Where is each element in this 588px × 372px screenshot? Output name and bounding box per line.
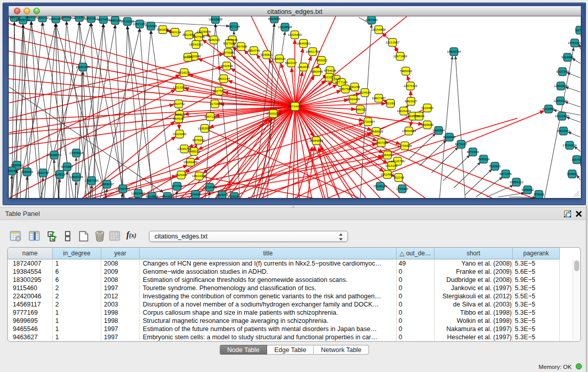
- svg-text:9660124: 9660124: [169, 30, 182, 34]
- svg-text:11353594: 11353594: [198, 126, 212, 130]
- svg-text:9245652: 9245652: [521, 188, 534, 191]
- svg-text:2718176: 2718176: [178, 71, 191, 74]
- svg-text:12213967: 12213967: [385, 40, 400, 44]
- svg-text:9329966: 9329966: [561, 55, 574, 59]
- svg-text:17016504: 17016504: [562, 143, 577, 147]
- svg-text:7986322: 7986322: [354, 107, 367, 111]
- svg-text:16120796: 16120796: [390, 159, 405, 163]
- svg-text:2087682: 2087682: [365, 18, 378, 21]
- svg-text:8613864: 8613864: [146, 194, 159, 198]
- svg-text:654935: 654935: [173, 117, 184, 120]
- svg-text:7625402: 7625402: [175, 173, 188, 177]
- svg-text:2935114: 2935114: [477, 157, 490, 161]
- svg-text:12975115: 12975115: [403, 84, 418, 87]
- svg-text:939159: 939159: [9, 169, 17, 172]
- svg-text:16210643: 16210643: [555, 114, 569, 118]
- svg-text:23226058: 23226058: [197, 30, 211, 33]
- svg-text:9777169: 9777169: [335, 80, 348, 84]
- svg-text:9794028: 9794028: [324, 69, 337, 72]
- svg-text:3375685: 3375685: [222, 51, 235, 54]
- svg-text:12505135: 12505135: [69, 175, 83, 179]
- svg-text:16033809: 16033809: [208, 17, 223, 21]
- svg-text:14055712: 14055712: [16, 18, 30, 21]
- svg-text:3624534: 3624534: [359, 91, 372, 94]
- svg-text:12444193: 12444193: [553, 99, 568, 102]
- svg-text:20053346: 20053346: [76, 65, 90, 69]
- svg-text:9242848: 9242848: [221, 64, 233, 68]
- svg-text:1603378: 1603378: [25, 16, 38, 18]
- svg-text:1733426: 1733426: [396, 187, 409, 190]
- svg-text:9975867: 9975867: [61, 165, 74, 168]
- svg-text:252234: 252234: [394, 176, 404, 179]
- svg-text:8990448: 8990448: [311, 70, 323, 73]
- svg-text:62160: 62160: [386, 101, 395, 105]
- svg-text:12325419: 12325419: [288, 33, 302, 36]
- svg-text:9827506: 9827506: [192, 35, 205, 38]
- svg-text:2803144: 2803144: [217, 77, 230, 80]
- svg-text:9055612: 9055612: [60, 16, 73, 18]
- svg-text:924502: 924502: [567, 172, 578, 176]
- svg-text:116753: 116753: [572, 158, 581, 161]
- svg-text:19756928: 19756928: [398, 144, 412, 147]
- svg-text:5498222: 5498222: [188, 149, 201, 153]
- svg-text:10807487: 10807487: [372, 96, 386, 100]
- svg-text:8322037: 8322037: [285, 61, 298, 64]
- svg-text:17957255: 17957255: [84, 179, 99, 182]
- svg-text:9227349: 9227349: [556, 70, 569, 73]
- svg-text:20206576: 20206576: [47, 153, 61, 157]
- svg-text:8427552: 8427552: [213, 89, 226, 93]
- svg-text:201546: 201546: [227, 38, 238, 41]
- svg-text:15716485: 15716485: [203, 185, 217, 189]
- svg-text:2367608: 2367608: [235, 45, 248, 48]
- svg-text:8454749: 8454749: [248, 49, 260, 52]
- svg-text:166070: 166070: [175, 113, 185, 116]
- svg-text:19218506: 19218506: [278, 25, 292, 29]
- svg-text:1362615: 1362615: [297, 65, 310, 69]
- svg-text:16648784: 16648784: [447, 50, 461, 53]
- svg-text:876903: 876903: [534, 192, 545, 196]
- svg-text:6497508: 6497508: [339, 87, 352, 91]
- svg-text:3267130: 3267130: [204, 115, 217, 118]
- svg-text:25300213: 25300213: [266, 112, 280, 115]
- svg-text:6879197: 6879197: [455, 142, 468, 146]
- svg-text:15720407: 15720407: [361, 120, 375, 123]
- svg-text:19116682: 19116682: [172, 132, 187, 136]
- svg-text:10025433: 10025433: [397, 109, 411, 113]
- svg-text:1156829: 1156829: [21, 170, 33, 173]
- svg-text:1615152: 1615152: [385, 164, 398, 167]
- svg-text:16154808: 16154808: [372, 28, 386, 31]
- svg-text:18724007: 18724007: [288, 104, 302, 108]
- svg-text:10654112: 10654112: [509, 180, 524, 184]
- svg-text:924504: 924504: [190, 192, 201, 196]
- svg-text:7357224: 7357224: [228, 25, 241, 28]
- svg-text:15692971: 15692971: [556, 129, 571, 133]
- svg-text:16543362: 16543362: [189, 42, 203, 46]
- svg-text:7955812: 7955812: [315, 58, 328, 62]
- svg-text:2942757: 2942757: [37, 171, 50, 174]
- svg-text:1304376: 1304376: [216, 193, 229, 196]
- svg-text:756964: 756964: [414, 114, 425, 118]
- svg-text:9146821: 9146821: [260, 53, 273, 56]
- svg-text:7485063: 7485063: [400, 69, 412, 73]
- svg-text:9463627: 9463627: [405, 99, 418, 103]
- svg-text:111754: 111754: [575, 28, 581, 32]
- svg-text:19654923: 19654923: [402, 129, 416, 133]
- svg-text:6466160: 6466160: [109, 18, 122, 22]
- svg-text:1610752: 1610752: [172, 102, 185, 105]
- svg-text:12093872: 12093872: [554, 84, 568, 87]
- svg-text:9327505: 9327505: [223, 41, 236, 45]
- svg-text:10973493: 10973493: [393, 54, 407, 58]
- svg-text:9474444: 9474444: [467, 150, 480, 154]
- svg-text:9635061: 9635061: [11, 163, 24, 167]
- svg-text:114519: 114519: [55, 172, 66, 176]
- svg-text:20364436: 20364436: [346, 97, 360, 101]
- svg-text:8186323: 8186323: [208, 38, 221, 41]
- svg-text:977791: 977791: [172, 184, 183, 188]
- svg-text:17359918: 17359918: [69, 151, 83, 155]
- svg-text:98996: 98996: [183, 55, 192, 59]
- svg-text:7632621: 7632621: [489, 164, 502, 168]
- svg-text:18640910: 18640910: [296, 41, 311, 45]
- svg-text:8215955: 8215955: [542, 107, 555, 111]
- svg-text:8813054: 8813054: [268, 17, 281, 20]
- svg-text:1203712: 1203712: [36, 16, 49, 19]
